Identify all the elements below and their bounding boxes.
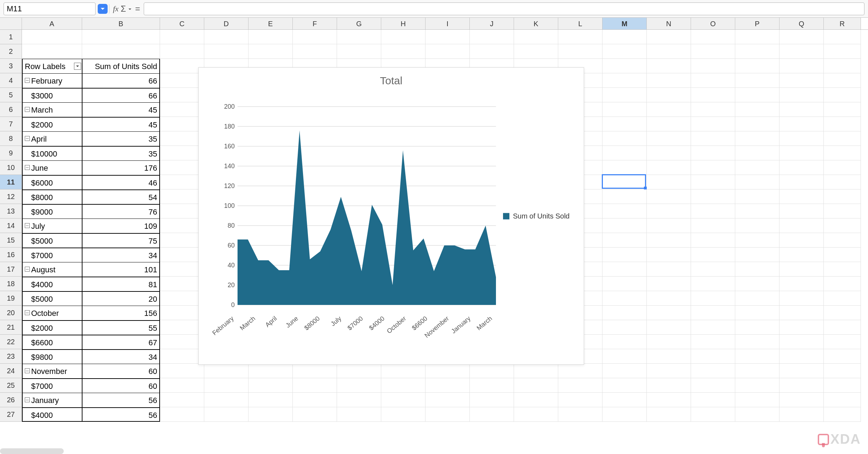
cell-R7[interactable] bbox=[824, 117, 861, 131]
cell-H26[interactable] bbox=[381, 393, 426, 407]
cell-P11[interactable] bbox=[735, 175, 780, 189]
cell-J25[interactable] bbox=[470, 378, 514, 393]
cell-A24[interactable]: November bbox=[22, 364, 82, 378]
cell-Q11[interactable] bbox=[780, 175, 824, 189]
cell-Q7[interactable] bbox=[780, 117, 824, 131]
cell-N21[interactable] bbox=[647, 320, 691, 335]
cell-A20[interactable]: October bbox=[22, 306, 82, 320]
cell-O10[interactable] bbox=[691, 160, 735, 175]
cell-L27[interactable] bbox=[558, 407, 603, 422]
cell-M10[interactable] bbox=[603, 160, 647, 175]
cell-I25[interactable] bbox=[426, 378, 470, 393]
cell-H1[interactable] bbox=[381, 30, 426, 44]
cell-C19[interactable] bbox=[160, 291, 204, 306]
cell-B5[interactable]: 66 bbox=[82, 88, 160, 102]
cell-D26[interactable] bbox=[204, 393, 249, 407]
cell-C3[interactable] bbox=[160, 59, 204, 73]
cell-R3[interactable] bbox=[824, 59, 861, 73]
cell-P14[interactable] bbox=[735, 219, 780, 233]
cell-M3[interactable] bbox=[603, 59, 647, 73]
cell-Q26[interactable] bbox=[780, 393, 824, 407]
row-header-24[interactable]: 24 bbox=[0, 364, 22, 378]
row-header-26[interactable]: 26 bbox=[0, 393, 22, 407]
row-header-21[interactable]: 21 bbox=[0, 320, 22, 335]
cell-Q17[interactable] bbox=[780, 262, 824, 277]
cell-O13[interactable] bbox=[691, 204, 735, 219]
cell-M19[interactable] bbox=[603, 291, 647, 306]
row-header-16[interactable]: 16 bbox=[0, 248, 22, 262]
row-header-8[interactable]: 8 bbox=[0, 131, 22, 146]
cell-B4[interactable]: 66 bbox=[82, 73, 160, 88]
cell-A14[interactable]: July bbox=[22, 219, 82, 233]
cell-P9[interactable] bbox=[735, 146, 780, 160]
sigma-icon[interactable]: Σ bbox=[121, 4, 126, 14]
cell-B12[interactable]: 54 bbox=[82, 189, 160, 204]
cell-O27[interactable] bbox=[691, 407, 735, 422]
cell-N19[interactable] bbox=[647, 291, 691, 306]
cell-R18[interactable] bbox=[824, 277, 861, 291]
cell-Q2[interactable] bbox=[780, 44, 824, 59]
cell-P21[interactable] bbox=[735, 320, 780, 335]
cell-O16[interactable] bbox=[691, 248, 735, 262]
cell-F26[interactable] bbox=[293, 393, 337, 407]
cell-I26[interactable] bbox=[426, 393, 470, 407]
cell-M6[interactable] bbox=[603, 102, 647, 117]
cell-O23[interactable] bbox=[691, 349, 735, 364]
cell-B26[interactable]: 56 bbox=[82, 393, 160, 407]
cell-C14[interactable] bbox=[160, 219, 204, 233]
cell-O19[interactable] bbox=[691, 291, 735, 306]
cell-R9[interactable] bbox=[824, 146, 861, 160]
cell-E2[interactable] bbox=[249, 44, 293, 59]
cell-B7[interactable]: 45 bbox=[82, 117, 160, 131]
cell-N14[interactable] bbox=[647, 219, 691, 233]
cell-Q21[interactable] bbox=[780, 320, 824, 335]
cell-B13[interactable]: 76 bbox=[82, 204, 160, 219]
select-all-corner[interactable] bbox=[0, 18, 22, 29]
cell-P25[interactable] bbox=[735, 378, 780, 393]
cell-C10[interactable] bbox=[160, 160, 204, 175]
cell-A6[interactable]: March bbox=[22, 102, 82, 117]
cell-Q18[interactable] bbox=[780, 277, 824, 291]
cell-O3[interactable] bbox=[691, 59, 735, 73]
row-header-4[interactable]: 4 bbox=[0, 73, 22, 88]
cell-O15[interactable] bbox=[691, 233, 735, 248]
cell-I24[interactable] bbox=[426, 364, 470, 378]
cell-C8[interactable] bbox=[160, 131, 204, 146]
cell-Q5[interactable] bbox=[780, 88, 824, 102]
cell-J26[interactable] bbox=[470, 393, 514, 407]
cell-P24[interactable] bbox=[735, 364, 780, 378]
cell-H2[interactable] bbox=[381, 44, 426, 59]
name-box-dropdown[interactable] bbox=[98, 4, 108, 14]
cell-B16[interactable]: 34 bbox=[82, 248, 160, 262]
cell-A23[interactable]: $9800 bbox=[22, 349, 82, 364]
cell-R5[interactable] bbox=[824, 88, 861, 102]
cell-N25[interactable] bbox=[647, 378, 691, 393]
cell-N11[interactable] bbox=[647, 175, 691, 189]
cell-Q24[interactable] bbox=[780, 364, 824, 378]
formula-input[interactable] bbox=[144, 2, 864, 15]
cell-P1[interactable] bbox=[735, 30, 780, 44]
cell-C20[interactable] bbox=[160, 306, 204, 320]
cell-G27[interactable] bbox=[337, 407, 381, 422]
cell-L2[interactable] bbox=[558, 44, 603, 59]
cell-N17[interactable] bbox=[647, 262, 691, 277]
cell-G24[interactable] bbox=[337, 364, 381, 378]
cell-A12[interactable]: $8000 bbox=[22, 189, 82, 204]
cell-D25[interactable] bbox=[204, 378, 249, 393]
row-header-20[interactable]: 20 bbox=[0, 306, 22, 320]
cell-P4[interactable] bbox=[735, 73, 780, 88]
cell-C6[interactable] bbox=[160, 102, 204, 117]
cell-A4[interactable]: February bbox=[22, 73, 82, 88]
cell-Q23[interactable] bbox=[780, 349, 824, 364]
cell-E27[interactable] bbox=[249, 407, 293, 422]
cell-B1[interactable] bbox=[82, 30, 160, 44]
row-header-23[interactable]: 23 bbox=[0, 349, 22, 364]
cell-A27[interactable]: $4000 bbox=[22, 407, 82, 422]
cell-I1[interactable] bbox=[426, 30, 470, 44]
cell-A19[interactable]: $5000 bbox=[22, 291, 82, 306]
cell-M8[interactable] bbox=[603, 131, 647, 146]
cell-N23[interactable] bbox=[647, 349, 691, 364]
cell-N7[interactable] bbox=[647, 117, 691, 131]
cell-P19[interactable] bbox=[735, 291, 780, 306]
cell-Q22[interactable] bbox=[780, 335, 824, 349]
